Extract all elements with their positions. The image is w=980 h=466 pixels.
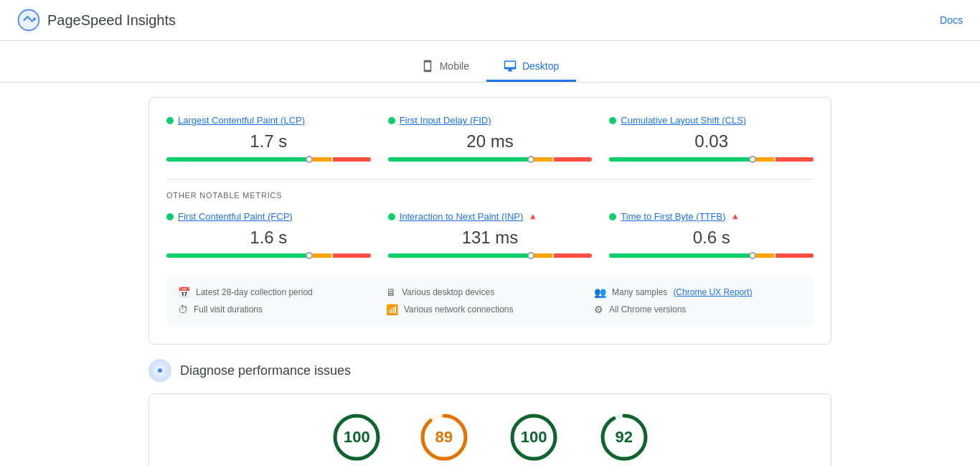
inp-bar (388, 253, 593, 258)
header: PageSpeed Insights Docs (0, 0, 980, 41)
score-circle-accessibility: 89 (418, 411, 470, 463)
logo: PageSpeed Insights (17, 9, 176, 32)
lcp-bar-green (166, 157, 309, 162)
mobile-icon (421, 60, 434, 73)
fcp-bar (166, 253, 371, 258)
cls-link[interactable]: Cumulative Layout Shift (CLS) (621, 115, 746, 126)
metric-cls: Cumulative Layout Shift (CLS) 0.03 (609, 115, 814, 162)
other-metrics-label: OTHER NOTABLE METRICS (166, 191, 814, 200)
info-chrome-versions: ⚙ All Chrome versions (594, 304, 802, 315)
svg-point-3 (158, 368, 162, 373)
core-metrics-grid: Largest Contentful Paint (LCP) 1.7 s Fir… (166, 115, 814, 162)
info-visit-text: Full visit durations (194, 304, 263, 314)
main-content: Largest Contentful Paint (LCP) 1.7 s Fir… (131, 97, 849, 466)
cls-bar-orange (754, 157, 774, 162)
tab-desktop-label: Desktop (522, 60, 559, 72)
people-icon: 👥 (594, 286, 606, 298)
fid-link[interactable]: First Input Delay (FID) (400, 115, 491, 126)
chrome-ux-report-link[interactable]: (Chrome UX Report) (673, 287, 752, 297)
fcp-bar-green (166, 253, 309, 258)
divider (166, 179, 814, 180)
info-chrome-text: All Chrome versions (609, 304, 686, 314)
metric-ttfb: Time to First Byte (TTFB) 🔺 0.6 s (609, 211, 814, 258)
timer-icon: ⏱ (178, 304, 188, 315)
metric-cls-label: Cumulative Layout Shift (CLS) (609, 115, 814, 126)
lcp-marker (306, 156, 313, 163)
info-visit-durations: ⏱ Full visit durations (178, 304, 386, 315)
metric-fid-label: First Input Delay (FID) (388, 115, 593, 126)
score-seo: 92 SEO (598, 411, 650, 466)
scores-grid: 100 Performance 89 Accessibility (166, 411, 814, 466)
info-samples: 👥 Many samples (Chrome UX Report) (594, 286, 802, 298)
fid-bar-green (388, 157, 531, 162)
docs-link[interactable]: Docs (940, 14, 963, 26)
metric-ttfb-label: Time to First Byte (TTFB) 🔺 (609, 211, 814, 222)
fcp-marker (306, 252, 313, 259)
lcp-value: 1.7 s (166, 131, 371, 152)
metric-inp: Interaction to Next Paint (INP) 🔺 131 ms (388, 211, 593, 258)
fid-dot (388, 117, 395, 124)
accessibility-score: 89 (435, 428, 452, 447)
cls-bar-red (776, 157, 814, 162)
tab-mobile-label: Mobile (440, 60, 469, 72)
other-metrics-grid: First Contentful Paint (FCP) 1.6 s Inter… (166, 211, 814, 258)
ttfb-link[interactable]: Time to First Byte (TTFB) (621, 211, 725, 222)
desktop-icon (504, 60, 517, 73)
tab-mobile[interactable]: Mobile (404, 52, 486, 82)
metric-fcp: First Contentful Paint (FCP) 1.6 s (166, 211, 371, 258)
lcp-bar-orange (311, 157, 331, 162)
fcp-value: 1.6 s (166, 228, 371, 248)
info-col-2: 🖥 Various desktop devices 📶 Various netw… (386, 286, 594, 315)
fid-bar (388, 157, 593, 162)
fcp-link[interactable]: First Contentful Paint (FCP) (178, 211, 293, 222)
ttfb-bar-orange (754, 253, 774, 258)
svg-point-0 (19, 10, 39, 31)
lcp-link[interactable]: Largest Contentful Paint (LCP) (178, 115, 305, 126)
ttfb-dot (609, 213, 616, 220)
info-devices-text: Various desktop devices (402, 287, 494, 297)
score-accessibility: 89 Accessibility (418, 411, 470, 466)
fcp-bar-red (333, 253, 371, 258)
fid-bar-orange (532, 157, 552, 162)
info-col-1: 📅 Latest 28-day collection period ⏱ Full… (178, 286, 386, 315)
lcp-dot (166, 117, 174, 124)
scores-section: 100 Performance 89 Accessibility (149, 393, 831, 466)
diagnose-section: Diagnose performance issues (149, 359, 831, 382)
info-collection-text: Latest 28-day collection period (196, 287, 313, 297)
score-circle-best-practices: 100 (508, 411, 560, 463)
performance-score: 100 (344, 428, 370, 447)
ttfb-flag-icon: 🔺 (730, 212, 740, 222)
info-collection-period: 📅 Latest 28-day collection period (178, 286, 386, 298)
info-network: 📶 Various network connections (386, 304, 594, 315)
inp-value: 131 ms (388, 228, 593, 248)
metric-fcp-label: First Contentful Paint (FCP) (166, 211, 371, 222)
cls-bar-green (609, 157, 752, 162)
inp-bar-green (388, 253, 531, 258)
ttfb-bar-red (776, 253, 814, 258)
info-desktop-devices: 🖥 Various desktop devices (386, 286, 594, 298)
info-samples-text: Many samples (612, 287, 667, 297)
inp-bar-red (554, 253, 592, 258)
calendar-icon: 📅 (178, 286, 190, 298)
logo-icon (17, 9, 40, 32)
metric-lcp-label: Largest Contentful Paint (LCP) (166, 115, 371, 126)
lcp-bar-red (333, 157, 371, 162)
chrome-icon: ⚙ (594, 304, 603, 315)
score-performance: 100 Performance (330, 411, 383, 466)
svg-point-1 (33, 17, 36, 20)
info-network-text: Various network connections (404, 304, 514, 314)
info-section: 📅 Latest 28-day collection period ⏱ Full… (166, 275, 814, 327)
cls-marker (749, 156, 756, 163)
metric-inp-label: Interaction to Next Paint (INP) 🔺 (388, 211, 593, 222)
wifi-icon: 📶 (386, 304, 398, 315)
seo-score: 92 (616, 428, 633, 447)
fid-marker (527, 156, 534, 163)
metrics-section: Largest Contentful Paint (LCP) 1.7 s Fir… (149, 97, 831, 345)
cls-dot (609, 117, 616, 124)
tab-desktop[interactable]: Desktop (486, 52, 576, 82)
inp-flag-icon: 🔺 (527, 212, 538, 222)
ttfb-bar (609, 253, 814, 258)
inp-link[interactable]: Interaction to Next Paint (INP) (400, 211, 524, 222)
score-circle-seo: 92 (598, 411, 650, 463)
cls-value: 0.03 (609, 131, 814, 152)
